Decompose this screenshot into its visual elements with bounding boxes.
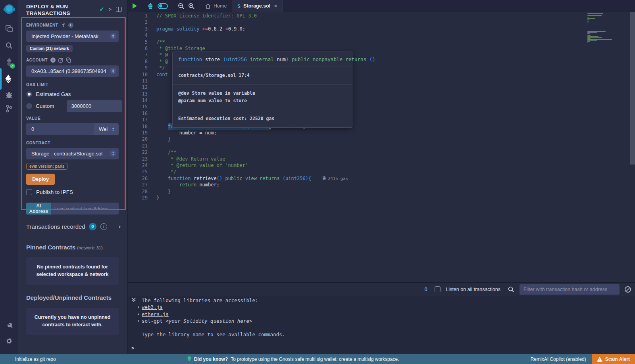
account-value: 0xA03...85ac4 (0.398673504934 (31, 68, 106, 74)
pinned-contracts-title: Pinned Contracts (network: 31) (26, 244, 119, 251)
code-line-27[interactable]: 27 return number; (128, 182, 583, 188)
network-badge: Custom (31) network (26, 45, 73, 52)
listen-transactions-checkbox[interactable] (435, 286, 441, 292)
code-line-3[interactable]: 3pragma solidity >=0.8.2 <0.9.0; (128, 26, 583, 32)
collapse-terminal-icon[interactable] (131, 297, 136, 304)
panel-expand-icon[interactable]: > (108, 6, 112, 12)
code-line-21[interactable]: 21 (128, 143, 583, 149)
terminal-library-item: sol-gpt <your Solidity question here> (142, 318, 635, 324)
transaction-filter-input[interactable] (520, 284, 620, 295)
terminal-intro: The following libraries are accessible: (142, 297, 635, 304)
code-line-19[interactable]: 19 number = num; (128, 130, 583, 136)
publish-ipfs-checkbox[interactable] (26, 189, 32, 195)
contract-value: Storage - contracts/Storage.sol (31, 151, 102, 157)
contract-select[interactable]: Storage - contracts/Storage.sol ▲▼ (26, 148, 119, 159)
did-you-know-tip: Did you know? To prototype using the Gno… (56, 356, 531, 362)
code-line-23[interactable]: 23 * @dev Return value (128, 156, 583, 162)
at-address-button[interactable]: At Address (26, 203, 51, 215)
terminal-prompt[interactable]: > (131, 345, 135, 351)
plugin-manager-icon[interactable] (0, 317, 18, 333)
chevron-updown-icon: ▲▼ (110, 68, 116, 74)
deployed-empty-state: Currently you have no unpinned contracts… (26, 308, 119, 335)
code-editor[interactable]: 1// SPDX-License-Identifier: GPL-3.023pr… (128, 12, 635, 282)
git-icon[interactable] (0, 101, 18, 117)
search-icon[interactable] (508, 286, 514, 293)
plug-icon[interactable] (61, 23, 65, 27)
tab-home-label: Home (214, 3, 227, 9)
scam-alert-label: Scam Alert (605, 356, 630, 362)
file-explorer-icon[interactable] (0, 21, 18, 36)
zoom-out-icon[interactable] (178, 3, 185, 10)
contract-label: CONTRACT (26, 141, 119, 145)
terminal-library-link[interactable]: ethers.js (142, 311, 635, 318)
code-line-26[interactable]: 26 function retrieve() public view retur… (128, 175, 583, 182)
ai-copilot-controls[interactable] (142, 0, 173, 12)
transactions-recorded-row[interactable]: Transactions recorded 0 i › (18, 223, 127, 236)
value-unit-select[interactable]: Wei ▲▼ (94, 123, 119, 135)
environment-info-icon[interactable]: i (68, 23, 73, 28)
custom-gas-input[interactable] (67, 100, 122, 112)
remix-logo-icon[interactable] (0, 2, 18, 18)
code-line-24[interactable]: 24 * @return value of 'number' (128, 162, 583, 169)
run-script-button[interactable] (128, 0, 142, 12)
code-line-25[interactable]: 25 */ (128, 169, 583, 175)
solidity-compiler-icon[interactable]: ✓ (0, 54, 18, 70)
clear-console-icon[interactable] (625, 286, 631, 293)
deploy-button[interactable]: Deploy (26, 174, 55, 185)
tip-text: To prototype using the Gnosis safe multi… (231, 356, 399, 362)
tab-storage-sol[interactable]: S Storage.sol × (232, 0, 283, 12)
main-area: Home S Storage.sol × 1// SPDX-License-Id… (128, 0, 635, 354)
gas-estimate-badge: 2415 gas (322, 175, 348, 182)
at-address-input[interactable] (51, 203, 119, 215)
close-icon[interactable]: × (274, 3, 277, 9)
code-line-6[interactable]: 6 * @title Storage (128, 45, 583, 52)
gas-pump-icon (322, 175, 326, 182)
scam-alert-button[interactable]: Scam Alert (592, 354, 635, 364)
chevron-updown-icon: ▲▼ (110, 150, 116, 157)
editor-scrollbar[interactable] (630, 12, 635, 165)
value-label: VALUE (26, 116, 119, 121)
debugger-icon[interactable] (0, 87, 18, 103)
chevron-updown-icon: ▲▼ (110, 33, 116, 39)
code-line-5[interactable]: 5/** (128, 39, 583, 45)
copilot-toggle[interactable] (158, 3, 168, 9)
lightbulb-icon (187, 356, 191, 362)
minimap[interactable] (585, 13, 629, 43)
value-input[interactable] (26, 123, 94, 135)
panel-check-icon: ✓ (100, 6, 104, 12)
environment-select[interactable]: Injected Provider - MetaMask ▲▼ (26, 31, 119, 42)
code-line-1[interactable]: 1// SPDX-License-Identifier: GPL-3.0 (128, 13, 583, 19)
code-line-2[interactable]: 2 (128, 19, 583, 25)
copy-icon[interactable] (66, 57, 71, 63)
code-line-29[interactable]: 29} (128, 195, 583, 201)
code-line-4[interactable]: 4 (128, 32, 583, 38)
home-icon (205, 4, 211, 9)
pinned-network-note: (network: 31) (77, 245, 102, 250)
sign-message-icon[interactable] (58, 57, 64, 63)
terminal-library-link[interactable]: web3.js (142, 304, 635, 310)
tip-title: Did you know? (194, 356, 228, 362)
code-line-20[interactable]: 20 } (128, 136, 583, 142)
tab-home[interactable]: Home (200, 0, 232, 12)
remix-ide: ✓ (0, 0, 635, 364)
search-icon[interactable] (0, 38, 18, 54)
code-line-22[interactable]: 22 /** (128, 149, 583, 155)
environment-label: ENVIRONMENT i (26, 23, 119, 28)
settings-icon[interactable] (0, 333, 18, 349)
chevron-right-icon[interactable]: › (119, 223, 121, 230)
code-line-28[interactable]: 28 } (128, 188, 583, 195)
estimated-gas-radio[interactable] (26, 91, 32, 97)
transactions-info-icon[interactable]: i (100, 223, 107, 230)
custom-gas-radio[interactable] (26, 103, 32, 109)
zoom-controls[interactable] (173, 0, 200, 12)
terminal[interactable]: The following libraries are accessible: … (128, 296, 635, 354)
copilot-status[interactable]: RemixAI Copilot (enabled) (531, 356, 586, 362)
chevron-updown-icon: ▲▼ (110, 126, 116, 132)
git-init-button[interactable]: Initialize as git repo (0, 356, 56, 362)
pin-panel-icon[interactable] (116, 7, 122, 12)
custom-gas-option: Custom (36, 103, 54, 109)
zoom-in-icon[interactable] (188, 3, 195, 10)
deploy-run-icon[interactable] (0, 71, 18, 87)
account-select[interactable]: 0xA03...85ac4 (0.398673504934 ▲▼ (26, 65, 119, 77)
create-account-icon[interactable]: + (50, 57, 56, 63)
